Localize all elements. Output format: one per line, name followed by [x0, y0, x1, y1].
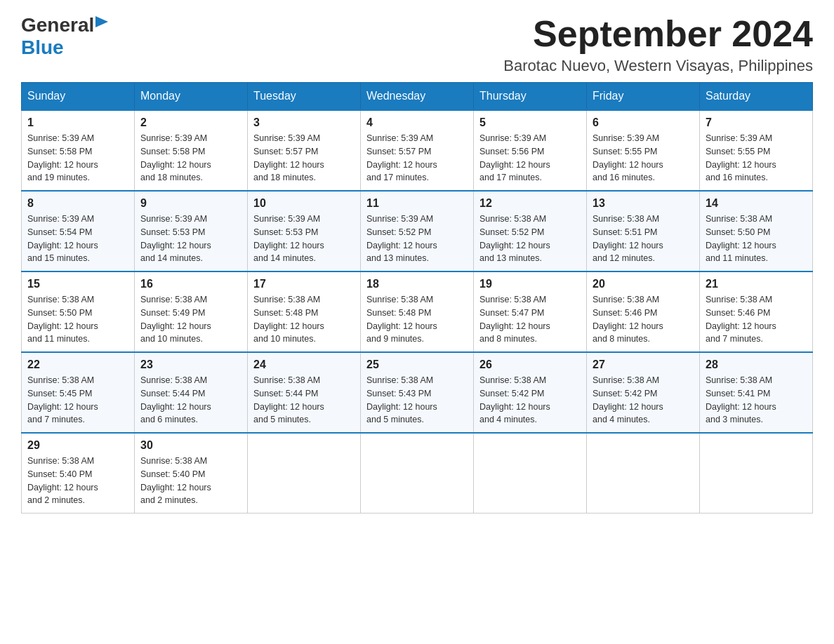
calendar-cell: 6 Sunrise: 5:39 AM Sunset: 5:55 PM Dayli… [587, 110, 700, 191]
day-info: Sunrise: 5:38 AM Sunset: 5:52 PM Dayligh… [479, 213, 581, 265]
calendar-cell: 25 Sunrise: 5:38 AM Sunset: 5:43 PM Dayl… [361, 352, 474, 433]
calendar-cell: 2 Sunrise: 5:39 AM Sunset: 5:58 PM Dayli… [135, 110, 248, 191]
day-number: 26 [479, 358, 581, 371]
day-info: Sunrise: 5:39 AM Sunset: 5:58 PM Dayligh… [140, 132, 241, 185]
day-number: 11 [366, 197, 468, 210]
location-subtitle: Barotac Nuevo, Western Visayas, Philippi… [503, 57, 813, 75]
calendar-cell: 3 Sunrise: 5:39 AM Sunset: 5:57 PM Dayli… [248, 110, 361, 191]
day-info: Sunrise: 5:38 AM Sunset: 5:43 PM Dayligh… [366, 374, 468, 427]
calendar-cell: 26 Sunrise: 5:38 AM Sunset: 5:42 PM Dayl… [474, 352, 587, 433]
svg-marker-0 [95, 16, 108, 27]
day-number: 5 [479, 116, 581, 129]
day-info: Sunrise: 5:39 AM Sunset: 5:54 PM Dayligh… [27, 213, 128, 265]
day-header-sunday: Sunday [22, 83, 135, 111]
calendar-cell: 29 Sunrise: 5:38 AM Sunset: 5:40 PM Dayl… [22, 433, 135, 514]
calendar-table: SundayMondayTuesdayWednesdayThursdayFrid… [21, 82, 813, 514]
logo-blue-text: Blue [21, 36, 64, 58]
title-section: September 2024 Barotac Nuevo, Western Vi… [503, 14, 813, 75]
day-info: Sunrise: 5:38 AM Sunset: 5:50 PM Dayligh… [706, 213, 807, 265]
day-info: Sunrise: 5:39 AM Sunset: 5:58 PM Dayligh… [27, 132, 128, 185]
day-info: Sunrise: 5:38 AM Sunset: 5:42 PM Dayligh… [479, 374, 581, 427]
day-info: Sunrise: 5:39 AM Sunset: 5:55 PM Dayligh… [593, 132, 694, 185]
calendar-cell [587, 433, 700, 514]
logo: General Blue [21, 14, 108, 59]
day-info: Sunrise: 5:38 AM Sunset: 5:48 PM Dayligh… [253, 293, 355, 346]
day-info: Sunrise: 5:38 AM Sunset: 5:46 PM Dayligh… [706, 293, 807, 346]
calendar-week-row: 1 Sunrise: 5:39 AM Sunset: 5:58 PM Dayli… [22, 110, 813, 191]
day-number: 14 [706, 197, 807, 210]
day-number: 8 [27, 197, 128, 210]
day-info: Sunrise: 5:39 AM Sunset: 5:57 PM Dayligh… [366, 132, 468, 185]
day-number: 23 [140, 358, 241, 371]
calendar-week-row: 8 Sunrise: 5:39 AM Sunset: 5:54 PM Dayli… [22, 191, 813, 271]
day-info: Sunrise: 5:39 AM Sunset: 5:53 PM Dayligh… [253, 213, 355, 265]
day-number: 24 [253, 358, 355, 371]
calendar-cell: 27 Sunrise: 5:38 AM Sunset: 5:42 PM Dayl… [587, 352, 700, 433]
day-number: 15 [27, 278, 128, 290]
day-info: Sunrise: 5:39 AM Sunset: 5:53 PM Dayligh… [140, 213, 241, 265]
calendar-header: SundayMondayTuesdayWednesdayThursdayFrid… [22, 83, 813, 111]
calendar-week-row: 29 Sunrise: 5:38 AM Sunset: 5:40 PM Dayl… [22, 433, 813, 514]
day-info: Sunrise: 5:38 AM Sunset: 5:40 PM Dayligh… [140, 455, 241, 507]
day-number: 30 [140, 439, 241, 452]
day-number: 28 [706, 358, 807, 371]
calendar-cell: 13 Sunrise: 5:38 AM Sunset: 5:51 PM Dayl… [587, 191, 700, 271]
logo-general-text: General [21, 14, 94, 36]
day-info: Sunrise: 5:38 AM Sunset: 5:47 PM Dayligh… [479, 293, 581, 346]
day-number: 9 [140, 197, 241, 210]
day-info: Sunrise: 5:39 AM Sunset: 5:57 PM Dayligh… [253, 132, 355, 185]
day-number: 7 [706, 116, 807, 129]
day-info: Sunrise: 5:38 AM Sunset: 5:40 PM Dayligh… [27, 455, 128, 507]
day-number: 20 [593, 278, 694, 290]
day-info: Sunrise: 5:38 AM Sunset: 5:44 PM Dayligh… [253, 374, 355, 427]
calendar-cell: 10 Sunrise: 5:39 AM Sunset: 5:53 PM Dayl… [248, 191, 361, 271]
calendar-cell [248, 433, 361, 514]
calendar-cell: 1 Sunrise: 5:39 AM Sunset: 5:58 PM Dayli… [22, 110, 135, 191]
day-info: Sunrise: 5:39 AM Sunset: 5:52 PM Dayligh… [366, 213, 468, 265]
day-number: 13 [593, 197, 694, 210]
day-number: 16 [140, 278, 241, 290]
page-header: General Blue September 2024 Barotac Nuev… [21, 14, 813, 75]
day-info: Sunrise: 5:38 AM Sunset: 5:49 PM Dayligh… [140, 293, 241, 346]
day-number: 17 [253, 278, 355, 290]
day-info: Sunrise: 5:39 AM Sunset: 5:55 PM Dayligh… [706, 132, 807, 185]
day-info: Sunrise: 5:38 AM Sunset: 5:44 PM Dayligh… [140, 374, 241, 427]
day-info: Sunrise: 5:39 AM Sunset: 5:56 PM Dayligh… [479, 132, 581, 185]
logo-flag-icon [95, 16, 108, 32]
calendar-cell: 9 Sunrise: 5:39 AM Sunset: 5:53 PM Dayli… [135, 191, 248, 271]
month-year-title: September 2024 [503, 14, 813, 54]
day-number: 18 [366, 278, 468, 290]
calendar-cell: 18 Sunrise: 5:38 AM Sunset: 5:48 PM Dayl… [361, 271, 474, 352]
calendar-cell: 20 Sunrise: 5:38 AM Sunset: 5:46 PM Dayl… [587, 271, 700, 352]
day-number: 19 [479, 278, 581, 290]
calendar-cell: 15 Sunrise: 5:38 AM Sunset: 5:50 PM Dayl… [22, 271, 135, 352]
day-info: Sunrise: 5:38 AM Sunset: 5:42 PM Dayligh… [593, 374, 694, 427]
day-number: 1 [27, 116, 128, 129]
calendar-cell: 11 Sunrise: 5:39 AM Sunset: 5:52 PM Dayl… [361, 191, 474, 271]
day-number: 12 [479, 197, 581, 210]
calendar-cell: 16 Sunrise: 5:38 AM Sunset: 5:49 PM Dayl… [135, 271, 248, 352]
calendar-cell [361, 433, 474, 514]
day-info: Sunrise: 5:38 AM Sunset: 5:46 PM Dayligh… [593, 293, 694, 346]
calendar-cell: 28 Sunrise: 5:38 AM Sunset: 5:41 PM Dayl… [700, 352, 813, 433]
calendar-cell: 19 Sunrise: 5:38 AM Sunset: 5:47 PM Dayl… [474, 271, 587, 352]
calendar-cell: 21 Sunrise: 5:38 AM Sunset: 5:46 PM Dayl… [700, 271, 813, 352]
calendar-cell: 24 Sunrise: 5:38 AM Sunset: 5:44 PM Dayl… [248, 352, 361, 433]
day-number: 2 [140, 116, 241, 129]
calendar-cell: 8 Sunrise: 5:39 AM Sunset: 5:54 PM Dayli… [22, 191, 135, 271]
calendar-cell: 22 Sunrise: 5:38 AM Sunset: 5:45 PM Dayl… [22, 352, 135, 433]
day-header-tuesday: Tuesday [248, 83, 361, 111]
day-number: 6 [593, 116, 694, 129]
calendar-cell: 4 Sunrise: 5:39 AM Sunset: 5:57 PM Dayli… [361, 110, 474, 191]
calendar-week-row: 22 Sunrise: 5:38 AM Sunset: 5:45 PM Dayl… [22, 352, 813, 433]
calendar-week-row: 15 Sunrise: 5:38 AM Sunset: 5:50 PM Dayl… [22, 271, 813, 352]
calendar-cell [474, 433, 587, 514]
day-number: 25 [366, 358, 468, 371]
day-header-monday: Monday [135, 83, 248, 111]
day-number: 4 [366, 116, 468, 129]
day-number: 3 [253, 116, 355, 129]
day-info: Sunrise: 5:38 AM Sunset: 5:50 PM Dayligh… [27, 293, 128, 346]
day-info: Sunrise: 5:38 AM Sunset: 5:51 PM Dayligh… [593, 213, 694, 265]
calendar-cell: 12 Sunrise: 5:38 AM Sunset: 5:52 PM Dayl… [474, 191, 587, 271]
day-number: 21 [706, 278, 807, 290]
